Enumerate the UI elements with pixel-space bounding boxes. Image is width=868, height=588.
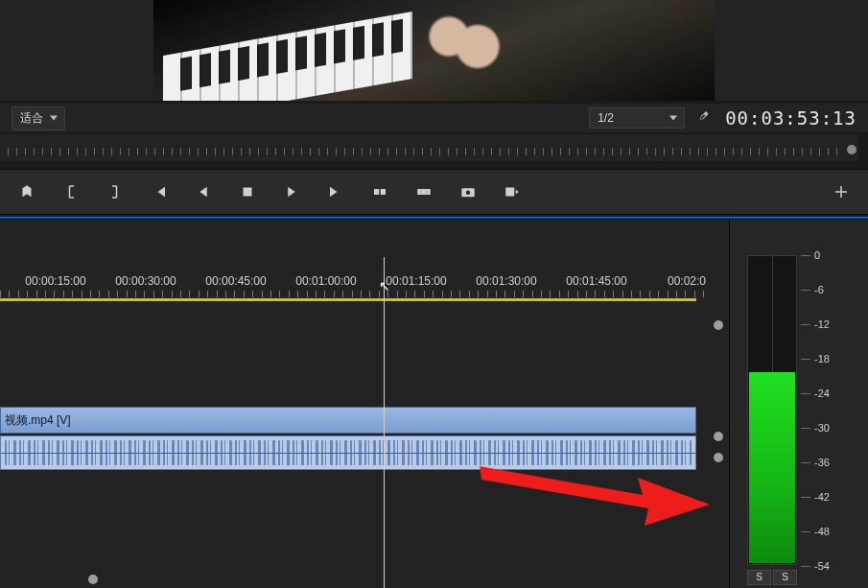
solo-button-right[interactable]: S <box>773 570 797 585</box>
meter-db-label: -48 <box>814 526 830 537</box>
horizontal-zoom-scroll[interactable] <box>88 575 700 584</box>
cursor-icon: ↖ <box>379 278 390 294</box>
scroll-handle[interactable] <box>714 320 723 330</box>
ruler-timestamp: 00:00:15:00 <box>25 274 85 288</box>
audio-meters-panel: 0-6-12-18-24-30-36-42-48-54 S S <box>729 219 868 588</box>
scroll-handle[interactable] <box>714 432 723 441</box>
monitor-scrubber[interactable] <box>0 134 858 161</box>
solo-button-left[interactable]: S <box>747 570 771 585</box>
snapshot-button[interactable] <box>458 182 478 201</box>
ruler-timestamp: 00:00:45:00 <box>205 274 266 288</box>
playhead[interactable]: ↖ <box>384 257 385 588</box>
meter-db-label: -12 <box>814 318 830 330</box>
ruler-timestamp: 00:02:0 <box>668 274 706 288</box>
svg-rect-0 <box>244 188 252 197</box>
insert-button[interactable] <box>370 182 389 201</box>
settings-icon[interactable] <box>694 109 710 128</box>
program-monitor <box>0 0 868 101</box>
panel-divider <box>0 217 868 218</box>
meter-level-left <box>749 372 773 563</box>
ruler-timestamp: 00:00:30:00 <box>115 274 176 288</box>
audio-clip[interactable] <box>0 435 696 470</box>
mark-in-button[interactable] <box>61 182 81 201</box>
overwrite-button[interactable] <box>414 182 434 201</box>
export-frame-button[interactable] <box>503 182 522 201</box>
video-clip[interactable]: 视频.mp4 [V] <box>0 407 696 434</box>
ruler-timestamp: 00:01:00:00 <box>295 274 356 288</box>
work-area-bar[interactable] <box>0 298 696 301</box>
meter-db-label: -54 <box>814 560 830 572</box>
button-editor-plus-icon[interactable] <box>832 182 851 201</box>
meter-db-label: -6 <box>814 284 824 295</box>
meter-db-label: -24 <box>814 388 830 399</box>
zoom-dropdown[interactable]: 适合 <box>12 106 65 130</box>
meter-scale: 0-6-12-18-24-30-36-42-48-54 <box>801 255 864 565</box>
meter-db-label: -18 <box>814 353 830 365</box>
timeline-panel: 00:00:15:0000:00:30:0000:00:45:0000:01:0… <box>0 219 729 588</box>
go-to-out-button[interactable] <box>326 182 345 201</box>
svg-point-7 <box>466 191 471 196</box>
ruler-timestamp: 00:01:15:00 <box>386 274 446 288</box>
ruler-timestamp: 00:01:30:00 <box>476 274 536 288</box>
stop-button[interactable] <box>238 182 257 201</box>
meter-db-label: 0 <box>814 249 820 261</box>
tracks-area: 视频.mp4 [V] <box>0 315 712 569</box>
scroll-handle[interactable] <box>714 453 723 462</box>
svg-rect-3 <box>417 189 422 195</box>
transport-toolbar <box>0 169 868 215</box>
step-back-button[interactable] <box>194 182 213 201</box>
scroll-handle[interactable] <box>88 575 98 584</box>
svg-rect-1 <box>374 189 379 195</box>
go-to-in-button[interactable] <box>150 182 169 201</box>
video-frame <box>153 0 715 101</box>
mark-out-button[interactable] <box>106 182 125 201</box>
svg-rect-2 <box>381 189 386 195</box>
svg-rect-4 <box>422 189 427 195</box>
meter-db-label: -42 <box>814 491 830 503</box>
vertical-zoom-scroll[interactable] <box>714 307 723 580</box>
meter-level-right <box>771 372 795 563</box>
play-button[interactable] <box>282 182 301 201</box>
audio-meter <box>747 255 797 565</box>
timeline-ruler[interactable]: 00:00:15:0000:00:30:0000:00:45:0000:01:0… <box>0 272 712 307</box>
scrubber-end-handle[interactable] <box>847 145 856 154</box>
resolution-dropdown[interactable]: 1/2 <box>589 107 685 129</box>
meter-db-label: -36 <box>814 457 830 468</box>
svg-rect-8 <box>505 188 514 197</box>
svg-rect-5 <box>426 189 431 195</box>
monitor-controls-bar: 适合 1/2 00:03:53:13 <box>0 104 868 132</box>
meter-db-label: -30 <box>814 422 830 434</box>
timecode-display: 00:03:53:13 <box>725 107 856 129</box>
add-marker-button[interactable] <box>17 182 36 201</box>
ruler-timestamp: 00:01:45:00 <box>566 274 626 288</box>
